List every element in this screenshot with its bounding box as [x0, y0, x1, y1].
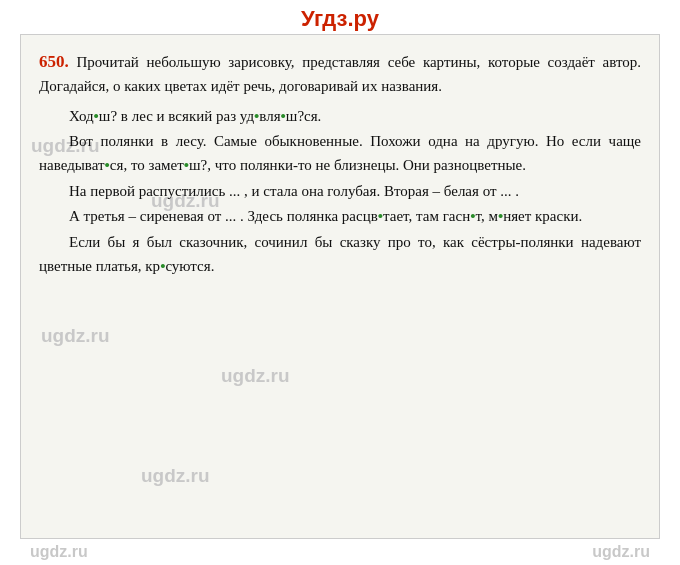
dot-5: •: [184, 157, 189, 173]
dot-8: •: [498, 208, 503, 224]
dot-2: •: [254, 108, 259, 124]
site-title: Угдз.ру: [301, 6, 379, 31]
footer-wm-left: ugdz.ru: [30, 543, 88, 561]
paragraph-3: На первой распустились ... , и стала она…: [39, 180, 641, 204]
page-container: Угдз.ру ugdz.ru ugdz.ru ugdz.ru ugdz.ru …: [0, 0, 680, 565]
paragraph-2: Вот полянки в лесу. Самые обыкновенные. …: [39, 130, 641, 177]
text-block: Ход•ш? в лес и всякий раз уд•вля•ш?ся. В…: [39, 105, 641, 279]
footer-watermarks: ugdz.ru ugdz.ru: [20, 539, 660, 565]
dot-6: •: [378, 208, 383, 224]
site-header: Угдз.ру: [0, 0, 680, 34]
content-area: ugdz.ru ugdz.ru ugdz.ru ugdz.ru ugdz.ru …: [20, 34, 660, 539]
dot-9: •: [160, 258, 165, 274]
task-intro: 650. Прочитай небольшую зарисовку, предс…: [39, 49, 641, 99]
watermark-4: ugdz.ru: [221, 365, 290, 387]
footer-wm-right: ugdz.ru: [592, 543, 650, 561]
dot-3: •: [281, 108, 286, 124]
watermark-3: ugdz.ru: [41, 325, 110, 347]
task-number: 650.: [39, 52, 69, 71]
paragraph-1: Ход•ш? в лес и всякий раз уд•вля•ш?ся.: [39, 105, 641, 129]
task-intro-text: Прочитай небольшую зарисовку, представля…: [39, 54, 641, 94]
dot-7: •: [470, 208, 475, 224]
dot-1: •: [94, 108, 99, 124]
paragraph-4: А третья – сиреневая от ... . Здесь поля…: [39, 205, 641, 229]
watermark-5: ugdz.ru: [141, 465, 210, 487]
dot-4: •: [105, 157, 110, 173]
paragraph-5: Если бы я был сказочник, сочинил бы сказ…: [39, 231, 641, 278]
